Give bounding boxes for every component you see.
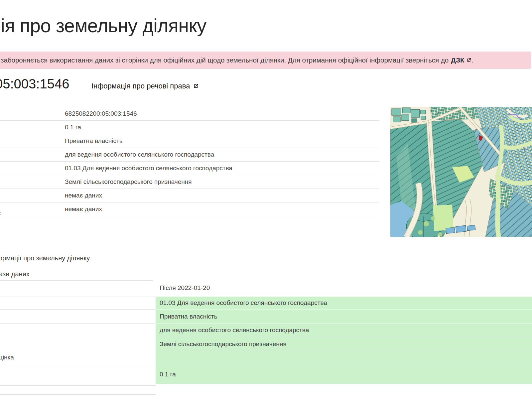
history-cell: для ведення особистого селянського госпо…: [156, 323, 532, 337]
dzk-link[interactable]: ДЗК: [451, 56, 471, 64]
no-data-value: немає даних: [65, 205, 102, 213]
purpose-value: для ведення особистого селянського госпо…: [65, 151, 214, 158]
table-row: Приватна власність: [0, 134, 379, 148]
divider: [0, 365, 156, 365]
dzk-link-label: ДЗК: [451, 56, 464, 64]
warning-suffix: .: [471, 56, 473, 64]
rights-info-link[interactable]: Інформація про речові права: [91, 82, 199, 90]
rights-info-link-label: Інформація про речові права: [91, 82, 190, 90]
table-row: Землі сільськогосподарського призначення: [0, 175, 379, 189]
table-row: є немає даних: [0, 202, 379, 216]
history-cell: Землі сільськогосподарського призначення: [156, 337, 532, 351]
area-value: 0.1 га: [65, 124, 81, 131]
table-row: 6825082200:05:003:1546: [0, 107, 379, 121]
divider: [0, 323, 156, 324]
divider: [0, 297, 156, 297]
history-column-header: Після 2022-01-20: [160, 284, 210, 292]
parcel-number-heading: 05:003:1546: [0, 76, 69, 91]
cadastral-number-value: 6825082200:05:003:1546: [65, 110, 137, 117]
cadastral-map[interactable]: [390, 107, 532, 237]
divider: [0, 337, 156, 337]
divider: [0, 309, 156, 310]
row-label-fragment: цінка: [0, 354, 14, 361]
warning-banner: забороняється використання даних зі стор…: [0, 52, 531, 69]
divider: [0, 394, 156, 395]
category-value: Землі сільськогосподарського призначення: [65, 178, 192, 186]
history-cell: [156, 351, 532, 365]
history-cell: Приватна власність: [156, 309, 532, 323]
divider: [0, 280, 153, 281]
table-row: немає даних: [0, 189, 379, 202]
table-row: 01.03 Для ведення особистого селянського…: [0, 162, 379, 175]
history-values-column: 01.03 Для ведення особистого селянського…: [156, 297, 532, 384]
history-intro: ормації про земельну ділянку.: [0, 254, 91, 262]
warning-text: забороняється використання даних зі стор…: [1, 56, 449, 64]
divider: [0, 351, 156, 351]
parcel-details-table: 6825082200:05:003:1546 0.1 га Приватна в…: [0, 107, 379, 216]
table-row: для ведення особистого селянського госпо…: [0, 148, 379, 162]
divider: [0, 385, 156, 386]
history-cell: 01.03 Для ведення особистого селянського…: [156, 297, 532, 309]
page-title: ія про земельну ділянку: [1, 15, 206, 37]
ownership-value: Приватна власність: [65, 137, 123, 145]
external-link-icon: [466, 58, 471, 63]
no-data-value: немає даних: [65, 192, 102, 199]
table-row: 0.1 га: [0, 121, 379, 134]
external-link-icon: [193, 83, 199, 89]
history-cell: 0.1 га: [156, 365, 532, 384]
row-label-fragment: є: [0, 210, 1, 217]
purpose-code-value: 01.03 Для ведення особистого селянського…: [65, 165, 232, 172]
history-heading: ази даних: [0, 270, 30, 278]
